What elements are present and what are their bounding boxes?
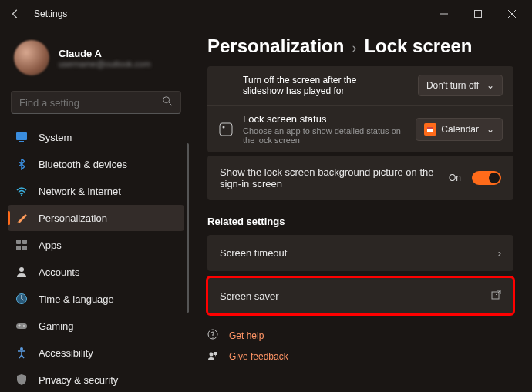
give-feedback-link[interactable]: Give feedback bbox=[207, 346, 513, 367]
person-icon bbox=[15, 266, 28, 278]
svg-rect-4 bbox=[16, 132, 27, 140]
help-icon bbox=[207, 329, 220, 342]
sidebar-item-gaming[interactable]: Gaming bbox=[8, 313, 184, 339]
nav-list: System Bluetooth & devices Network & int… bbox=[6, 123, 186, 392]
dropdown-value: Don't turn off bbox=[426, 80, 479, 91]
breadcrumb-parent[interactable]: Personalization bbox=[207, 35, 344, 57]
maximize-button[interactable] bbox=[461, 2, 495, 26]
slideshow-card: Turn off the screen after the slideshow … bbox=[207, 66, 513, 152]
slideshow-turnoff-dropdown[interactable]: Don't turn off ⌄ bbox=[418, 75, 503, 96]
svg-point-17 bbox=[20, 347, 23, 350]
calendar-icon bbox=[424, 123, 436, 136]
link-label: Screen timeout bbox=[220, 247, 287, 259]
bluetooth-icon bbox=[15, 158, 28, 170]
link-label: Screen saver bbox=[220, 290, 279, 302]
screen-saver-link[interactable]: Screen saver bbox=[207, 277, 513, 314]
svg-point-6 bbox=[21, 195, 22, 196]
svg-rect-16 bbox=[19, 324, 20, 327]
search-input[interactable] bbox=[19, 97, 162, 109]
titlebar: Settings bbox=[0, 0, 532, 28]
svg-point-25 bbox=[210, 353, 214, 357]
search-box[interactable] bbox=[11, 91, 181, 114]
svg-point-24 bbox=[212, 337, 213, 337]
window-title: Settings bbox=[34, 8, 67, 19]
wifi-icon bbox=[15, 185, 28, 197]
sidebar-item-personalization[interactable]: Personalization bbox=[8, 205, 184, 231]
open-external-icon bbox=[491, 290, 501, 302]
svg-point-2 bbox=[163, 97, 170, 103]
chevron-right-icon: › bbox=[498, 247, 501, 259]
chevron-down-icon: ⌄ bbox=[487, 80, 494, 91]
svg-rect-18 bbox=[220, 123, 232, 136]
gamepad-icon bbox=[15, 320, 28, 332]
back-button[interactable] bbox=[3, 2, 28, 26]
window-controls bbox=[427, 2, 529, 26]
svg-rect-13 bbox=[16, 323, 27, 329]
sidebar-item-system[interactable]: System bbox=[8, 124, 184, 150]
link-label: Give feedback bbox=[229, 351, 288, 362]
sidebar-item-bluetooth[interactable]: Bluetooth & devices bbox=[8, 151, 184, 177]
toggle-state-label: On bbox=[449, 173, 461, 183]
accessibility-icon bbox=[15, 347, 28, 359]
arrow-left-icon bbox=[10, 8, 21, 19]
search-icon bbox=[162, 95, 173, 109]
user-email: username@outlook.com bbox=[59, 59, 150, 69]
svg-point-19 bbox=[223, 126, 225, 128]
user-profile[interactable]: Claude A username@outlook.com bbox=[6, 34, 186, 88]
slideshow-title: Turn off the screen after the slideshow … bbox=[243, 75, 397, 96]
sidebar-item-privacy[interactable]: Privacy & security bbox=[8, 367, 184, 392]
nav-label: Gaming bbox=[39, 320, 74, 332]
lockscreen-status-icon bbox=[218, 122, 234, 137]
close-icon bbox=[508, 10, 516, 18]
nav-label: Network & internet bbox=[39, 186, 121, 197]
avatar bbox=[14, 40, 49, 75]
nav-label: Bluetooth & devices bbox=[39, 159, 127, 170]
status-title: Lock screen status bbox=[243, 113, 406, 125]
sidebar-item-time[interactable]: Time & language bbox=[8, 286, 184, 312]
screen-timeout-link[interactable]: Screen timeout › bbox=[207, 235, 513, 271]
link-label: Get help bbox=[229, 330, 264, 341]
breadcrumb: Personalization › Lock screen bbox=[207, 35, 513, 57]
signin-picture-row: Show the lock screen background picture … bbox=[207, 156, 513, 200]
footer-links: Get help Give feedback bbox=[207, 325, 513, 367]
nav-label: System bbox=[39, 132, 72, 143]
svg-rect-8 bbox=[22, 240, 27, 244]
svg-rect-10 bbox=[22, 246, 27, 250]
svg-point-11 bbox=[19, 267, 24, 272]
svg-rect-9 bbox=[16, 246, 21, 250]
feedback-icon bbox=[207, 350, 220, 363]
main-content: Personalization › Lock screen Turn off t… bbox=[189, 28, 532, 392]
paintbrush-icon bbox=[15, 212, 28, 224]
nav-label: Accounts bbox=[39, 266, 79, 278]
nav-label: Time & language bbox=[39, 293, 114, 305]
svg-rect-21 bbox=[427, 127, 433, 129]
dropdown-value: Calendar bbox=[441, 124, 479, 135]
nav-label: Privacy & security bbox=[39, 374, 118, 386]
minimize-icon bbox=[440, 10, 448, 18]
chevron-down-icon: ⌄ bbox=[487, 124, 494, 135]
chevron-right-icon: › bbox=[352, 40, 356, 56]
status-subtitle: Choose an app to show detailed status on… bbox=[243, 126, 406, 145]
signin-text: Show the lock screen background picture … bbox=[220, 166, 438, 189]
svg-rect-5 bbox=[19, 141, 24, 142]
svg-point-14 bbox=[23, 325, 25, 327]
svg-line-3 bbox=[169, 102, 172, 106]
maximize-icon bbox=[474, 10, 482, 18]
globe-clock-icon bbox=[15, 293, 28, 305]
nav-label: Personalization bbox=[39, 213, 107, 224]
signin-toggle[interactable] bbox=[472, 171, 501, 185]
sidebar-item-apps[interactable]: Apps bbox=[8, 232, 184, 258]
minimize-button[interactable] bbox=[427, 2, 461, 26]
apps-icon bbox=[15, 239, 28, 251]
sidebar-item-accessibility[interactable]: Accessibility bbox=[8, 340, 184, 366]
user-name: Claude A bbox=[59, 48, 150, 59]
get-help-link[interactable]: Get help bbox=[207, 325, 513, 346]
shield-icon bbox=[15, 374, 28, 386]
sidebar-item-network[interactable]: Network & internet bbox=[8, 178, 184, 204]
system-icon bbox=[15, 131, 28, 143]
sidebar: Claude A username@outlook.com System Blu… bbox=[0, 28, 189, 392]
close-button[interactable] bbox=[495, 2, 529, 26]
status-app-dropdown[interactable]: Calendar ⌄ bbox=[416, 118, 503, 141]
related-heading: Related settings bbox=[207, 216, 513, 227]
sidebar-item-accounts[interactable]: Accounts bbox=[8, 259, 184, 285]
